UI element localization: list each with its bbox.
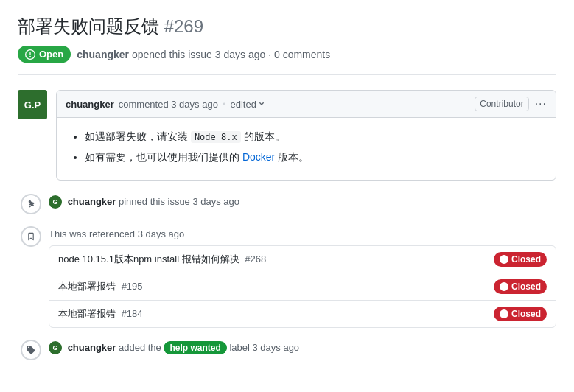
issue-number: #269 [164,16,203,36]
line1-after: 的版本。 [241,130,285,142]
reference-icon-container [21,226,41,247]
comment-list-item-1: 如遇部署失败，请安装 Node 8.x 的版本。 [85,128,544,146]
meta-opened-text: opened this issue 3 days ago · 0 comment… [132,49,330,60]
closed-badge-1: Closed [494,252,547,267]
reference-header-text: This was referenced 3 days ago [49,228,184,239]
label-action-text: added the [119,342,164,353]
closed-icon-1 [500,255,508,264]
comment-time: commented 3 days ago [119,99,218,110]
label-event-content: G chuangker added the help wanted label … [49,338,556,355]
more-options-button[interactable]: ··· [535,97,547,111]
issue-title-row: 部署失败问题反馈 #269 [18,15,556,38]
edited-label: edited [230,99,256,110]
table-row: 本地部署报错 #195 Closed [49,273,556,301]
comment-body: 如遇部署失败，请安装 Node 8.x 的版本。 如有需要，也可以使用我们提供的… [57,118,556,180]
tag-icon [27,346,35,354]
closed-badge-3: Closed [494,307,547,321]
ref-title-1: node 10.15.1版本npm install 报错如何解决 #268 [58,253,266,266]
closed-label-2: Closed [511,281,541,292]
pin-icon [27,200,35,209]
comment-header-left: chuangker commented 3 days ago • edited [66,99,265,110]
label-event-text: G chuangker added the help wanted label … [49,342,299,353]
ref-title-2: 本地部署报错 #195 [58,280,143,293]
title-text: 部署失败问题反馈 [18,16,159,36]
reference-event-content: This was referenced 3 days ago node 10.1… [49,225,556,328]
line1-before: 如遇部署失败，请安装 [85,130,191,142]
label-icon-container [21,340,41,360]
open-badge: Open [18,46,71,63]
pin-author-avatar: G [49,195,62,209]
avatar-text: G.P [24,99,41,111]
ref-number-3: #184 [122,308,143,319]
ref-title-text-2: 本地部署报错 [58,281,116,292]
comment-box: chuangker commented 3 days ago • edited … [56,90,556,181]
reference-box: node 10.15.1版本npm install 报错如何解决 #268 Cl… [49,245,556,328]
table-row: node 10.15.1版本npm install 报错如何解决 #268 Cl… [49,246,556,273]
help-wanted-badge: help wanted [164,341,226,354]
issue-meta-text: chuangker opened this issue 3 days ago ·… [77,49,330,60]
issue-title: 部署失败问题反馈 #269 [18,15,203,38]
table-row: 本地部署报错 #184 Closed [49,301,556,327]
pin-author: chuangker [68,196,116,207]
ref-title-text-1: node 10.15.1版本npm install 报错如何解决 [58,253,239,265]
label-event: G chuangker added the help wanted label … [18,338,556,360]
comment-header: chuangker commented 3 days ago • edited … [57,91,556,118]
reference-event: This was referenced 3 days ago node 10.1… [18,225,556,328]
edited-dropdown[interactable]: edited [230,99,265,110]
closed-icon-3 [500,309,508,318]
line2-before: 如有需要，也可以使用我们提供的 [85,151,242,163]
docker-link[interactable]: Docker [242,151,275,163]
open-icon [25,49,35,60]
pin-icon-container [21,194,41,214]
issue-meta-row: Open chuangker opened this issue 3 days … [18,46,556,75]
bookmark-icon [27,232,35,241]
label-author-avatar: G [49,341,62,354]
comment-timeline-item: G.P chuangker commented 3 days ago • edi… [18,90,556,181]
closed-badge-2: Closed [494,279,547,294]
ref-number-1: #268 [245,253,266,265]
pin-event-content: G chuangker pinned this issue 3 days ago [49,192,556,209]
comment-author: chuangker [66,99,114,110]
comment-header-right: Contributor ··· [475,97,547,111]
pin-event: G chuangker pinned this issue 3 days ago [18,192,556,214]
status-label: Open [39,49,63,60]
ref-title-text-3: 本地部署报错 [58,308,116,319]
chevron-down-icon [258,100,265,108]
label-author: chuangker [68,342,116,353]
comment-list-item-2: 如有需要，也可以使用我们提供的 Docker 版本。 [85,149,544,167]
ref-number-2: #195 [122,281,143,292]
avatar: G.P [18,90,47,119]
pin-event-text: G chuangker pinned this issue 3 days ago [49,196,239,207]
closed-label-1: Closed [511,254,541,265]
line1-code: Node 8.x [191,131,241,143]
ref-title-3: 本地部署报错 #184 [58,307,143,321]
closed-icon-2 [500,282,508,291]
line2-after: 版本。 [275,151,309,163]
pin-text-suffix: pinned this issue 3 days ago [119,196,239,207]
meta-author: chuangker [77,49,129,60]
closed-label-3: Closed [511,309,541,319]
label-suffix-text: label 3 days ago [229,342,299,353]
contributor-badge: Contributor [475,97,528,111]
